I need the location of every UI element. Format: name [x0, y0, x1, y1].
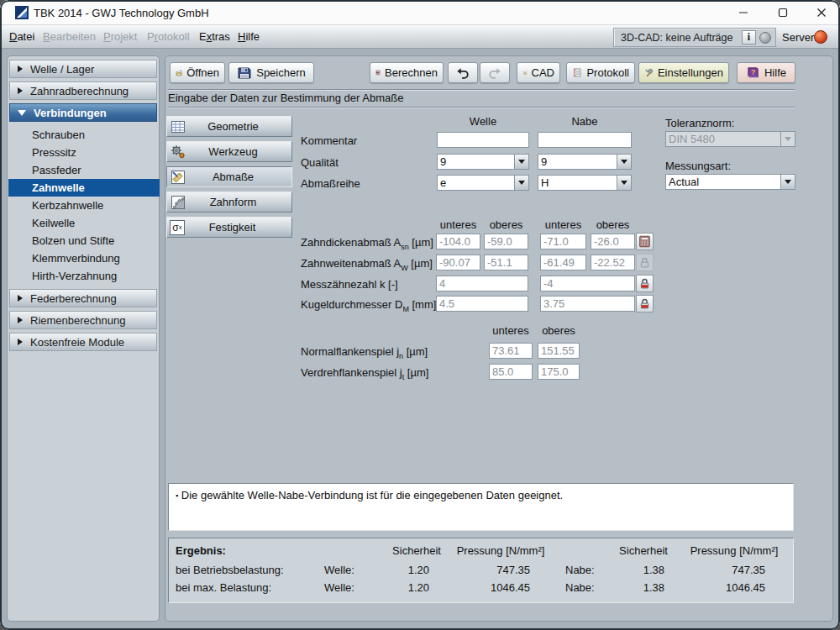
- dropdown-arrow-icon[interactable]: [514, 176, 528, 190]
- kugeldurchmesser-label: Kugeldurchmesser DM [mm]: [301, 298, 436, 313]
- close-button[interactable]: [803, 0, 840, 25]
- gear-profile-icon: [169, 193, 186, 211]
- calculate-button[interactable]: Berechnen: [370, 62, 444, 83]
- menu-projekt: Projekt: [96, 25, 144, 48]
- abmass-field[interactable]: -71.0: [540, 234, 586, 249]
- nav-festigkeit-button[interactable]: σx Festigkeit: [166, 217, 292, 238]
- chevron-down-icon: [18, 110, 26, 116]
- sidebar-section-federberechnung[interactable]: Federberechnung: [9, 289, 157, 307]
- svg-text:?: ?: [751, 68, 755, 76]
- sidebar-item-bolzen-stifte[interactable]: Bolzen und Stifte: [8, 232, 160, 249]
- lock-red-icon: [638, 277, 651, 290]
- column-header-nabe: Nabe: [538, 115, 632, 128]
- app-logo-icon: [15, 6, 29, 19]
- col-unteres: unteres: [436, 218, 480, 231]
- open-button[interactable]: Öffnen: [170, 62, 225, 83]
- spiel-field[interactable]: 151.55: [538, 343, 580, 359]
- spiel-field[interactable]: 73.61: [489, 343, 533, 359]
- sidebar-item-hirth-verzahnung[interactable]: Hirth-Verzahnung: [8, 267, 160, 285]
- spiel-field[interactable]: 85.0: [489, 364, 533, 380]
- kommentar-nabe-input[interactable]: [538, 132, 632, 148]
- server-status-led: [814, 30, 827, 44]
- help-book-icon: ?: [746, 66, 760, 80]
- chevron-right-icon: [18, 317, 23, 323]
- server-label: Server:: [782, 31, 817, 44]
- qualitaet-welle-select[interactable]: 9: [437, 154, 529, 170]
- col-pressung: Pressung [N/mm²]: [446, 544, 555, 557]
- messungsart-select[interactable]: Actual: [665, 174, 795, 190]
- dropdown-arrow-icon[interactable]: [617, 176, 631, 190]
- ruler-pencil-icon: [169, 168, 186, 186]
- cad-ruler-icon: [522, 66, 528, 80]
- dropdown-arrow-icon[interactable]: [514, 155, 528, 169]
- message-box: ▪ Die gewählte Welle-Nabe-Verbindung ist…: [168, 483, 794, 531]
- column-header-welle: Welle: [437, 115, 529, 128]
- menu-hilfe[interactable]: Hilfe: [230, 25, 267, 48]
- abmassreihe-nabe-select[interactable]: H: [538, 175, 632, 191]
- nav-zahnform-button[interactable]: Zahnform: [166, 192, 292, 213]
- geometry-grid-icon: [169, 118, 186, 135]
- sidebar-item-klemmverbindung[interactable]: Klemmverbindung: [8, 249, 160, 267]
- sidebar-section-welle-lager[interactable]: Welle / Lager: [9, 60, 157, 78]
- abmass-field-wide[interactable]: 4.5: [436, 296, 528, 312]
- chevron-right-icon: [18, 66, 23, 72]
- col-pressung: Pressung [N/mm²]: [684, 544, 785, 557]
- dropdown-arrow-icon[interactable]: [780, 175, 795, 189]
- abmass-field[interactable]: -61.49: [540, 255, 586, 270]
- abmass-field[interactable]: -51.1: [484, 255, 528, 270]
- abmassreihe-welle-select[interactable]: e: [437, 175, 529, 191]
- calculator-icon: [638, 235, 651, 248]
- col-oberes: oberes: [591, 218, 635, 231]
- sidebar-item-presssitz[interactable]: Presssitz: [8, 144, 160, 161]
- sidebar-item-passfeder[interactable]: Passfeder: [8, 161, 160, 179]
- col-oberes: oberes: [484, 218, 528, 231]
- kommentar-label: Kommentar: [301, 134, 357, 147]
- qualitaet-nabe-select[interactable]: 9: [538, 154, 632, 170]
- col-sicherheit: Sicherheit: [379, 544, 454, 557]
- info-button[interactable]: i: [742, 30, 756, 45]
- sidebar-section-verbindungen[interactable]: Verbindungen: [9, 103, 157, 122]
- sidebar-section-riemenberechnung[interactable]: Riemenberechnung: [9, 311, 157, 329]
- protocol-notepad-icon: [572, 66, 582, 80]
- titlebar: TBK 2014 - GWJ Technology GmbH: [0, 0, 840, 25]
- spiel-field[interactable]: 175.0: [538, 364, 580, 380]
- abmass-field-wide[interactable]: -4: [540, 276, 635, 291]
- abmass-field[interactable]: -22.52: [591, 255, 635, 270]
- nav-werkzeug-button[interactable]: Werkzeug: [166, 141, 292, 162]
- toleranznorm-label: Toleranznorm:: [665, 117, 734, 129]
- abmass-field[interactable]: -26.0: [591, 234, 635, 249]
- abmass-field-wide[interactable]: 4: [436, 276, 528, 291]
- results-header-row: Ergebnis: Sicherheit Pressung [N/mm²] Si…: [169, 544, 793, 558]
- settings-button[interactable]: Einstellungen: [638, 62, 729, 83]
- abmass-field[interactable]: -104.0: [436, 234, 480, 249]
- lock-button-locked[interactable]: [636, 275, 654, 292]
- maximize-button[interactable]: [764, 0, 801, 25]
- calculate-row-button[interactable]: [636, 233, 654, 250]
- cad-button[interactable]: CAD: [517, 62, 560, 83]
- undo-button[interactable]: [448, 62, 478, 83]
- separator-line: [168, 89, 795, 91]
- sidebar-section-zahnradberechnung[interactable]: Zahnradberechnung: [9, 81, 157, 100]
- help-button[interactable]: ? Hilfe: [737, 62, 795, 83]
- redo-button: [480, 62, 510, 83]
- kommentar-welle-input[interactable]: [437, 132, 529, 148]
- messungsart-label: Messungsart:: [665, 160, 731, 172]
- nav-geometrie-button[interactable]: Geometrie: [166, 116, 292, 137]
- sidebar-item-zahnwelle[interactable]: Zahnwelle: [8, 179, 160, 197]
- sidebar: Welle / Lager Zahnradberechnung Verbindu…: [7, 55, 160, 622]
- minimize-button[interactable]: [725, 0, 762, 25]
- sidebar-item-keilwelle[interactable]: Keilwelle: [8, 214, 160, 232]
- lock-button-locked[interactable]: [636, 295, 654, 312]
- dropdown-arrow-icon[interactable]: [617, 155, 631, 169]
- save-button[interactable]: Speichern: [228, 62, 314, 83]
- abmass-field[interactable]: -90.07: [436, 255, 480, 270]
- sidebar-section-kostenfreie-module[interactable]: Kostenfreie Module: [9, 333, 157, 351]
- abmass-field-wide[interactable]: 3.75: [540, 296, 635, 312]
- separator-line: [168, 107, 795, 108]
- chevron-right-icon: [18, 87, 23, 94]
- nav-abmasse-button[interactable]: Abmaße: [166, 166, 292, 187]
- sidebar-item-schrauben[interactable]: Schrauben: [8, 126, 160, 144]
- protocol-button[interactable]: Protokoll: [566, 62, 635, 83]
- sidebar-item-kerbzahnwelle[interactable]: Kerbzahnwelle: [8, 197, 160, 214]
- abmass-field[interactable]: -59.0: [484, 234, 528, 249]
